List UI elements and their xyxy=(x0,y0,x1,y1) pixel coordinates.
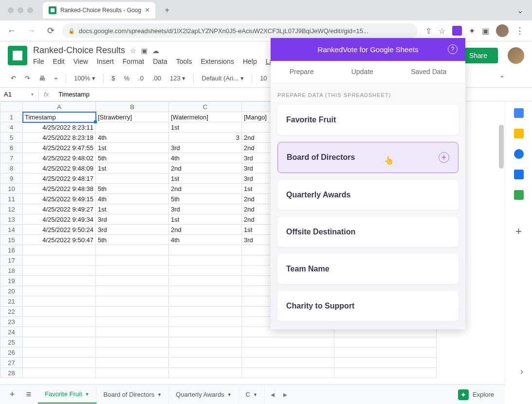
cell[interactable] xyxy=(169,307,242,317)
menu-tools[interactable]: Tools xyxy=(176,58,192,65)
cell[interactable] xyxy=(96,296,169,307)
vertical-scrollbar[interactable] xyxy=(499,125,504,169)
menu-format[interactable]: Format xyxy=(123,58,144,65)
cell[interactable] xyxy=(169,327,242,337)
cell[interactable]: 4/25/2022 9:48:02 xyxy=(23,153,96,163)
cell[interactable]: 4/25/2022 9:49:34 xyxy=(23,214,96,225)
addon-tab-update[interactable]: Update xyxy=(351,68,373,76)
collapse-toolbar-icon[interactable]: ⌃ xyxy=(499,75,505,82)
row-header[interactable]: 8 xyxy=(0,163,23,173)
menu-file[interactable]: File xyxy=(33,58,44,65)
close-window-icon[interactable] xyxy=(8,7,14,13)
formula-input[interactable]: Timestamp xyxy=(54,91,94,98)
cell[interactable]: 3rd xyxy=(169,143,242,153)
cell[interactable]: 3 xyxy=(169,133,242,143)
row-header[interactable]: 28 xyxy=(0,368,23,378)
cell[interactable]: 1st xyxy=(96,204,169,214)
menu-help[interactable]: Help xyxy=(243,58,257,65)
decrease-decimal-button[interactable]: .0 xyxy=(135,73,147,84)
font-select[interactable]: Default (Ari... ▾ xyxy=(199,73,247,84)
currency-button[interactable]: $ xyxy=(109,73,118,84)
cell[interactable]: 3rd xyxy=(96,214,169,225)
cell[interactable] xyxy=(96,122,169,133)
percent-button[interactable]: % xyxy=(121,73,132,84)
select-all-corner[interactable] xyxy=(0,102,23,112)
menu-extensions[interactable]: Extensions xyxy=(201,58,234,65)
forward-button[interactable]: → xyxy=(23,23,39,38)
row-header[interactable]: 14 xyxy=(0,225,23,235)
row-header[interactable]: 21 xyxy=(0,296,23,307)
menu-data[interactable]: Data xyxy=(153,58,167,65)
increase-decimal-button[interactable]: .00 xyxy=(149,73,164,84)
print-button[interactable]: 🖶 xyxy=(36,73,48,84)
zoom-select[interactable]: 100% ▾ xyxy=(71,73,98,84)
add-sheet-button[interactable]: + xyxy=(5,387,19,402)
redo-button[interactable]: ↷ xyxy=(22,73,33,84)
row-header[interactable]: 4 xyxy=(0,122,23,133)
cell[interactable]: 4/25/2022 8:23:18 xyxy=(23,133,96,143)
row-header[interactable]: 7 xyxy=(0,153,23,163)
menu-view[interactable]: View xyxy=(73,58,88,65)
browser-tab[interactable]: Ranked-Choice Results - Goog × xyxy=(43,2,155,19)
row-header[interactable]: 6 xyxy=(0,143,23,153)
row-header[interactable]: 12 xyxy=(0,204,23,214)
col-header[interactable]: A xyxy=(23,102,96,112)
sheet-tab[interactable]: C ▼ xyxy=(239,386,265,404)
cell[interactable] xyxy=(242,368,334,378)
row-header[interactable]: 15 xyxy=(0,235,23,245)
reload-button[interactable]: ⟳ xyxy=(43,23,58,38)
cell[interactable] xyxy=(23,337,96,347)
row-header[interactable]: 25 xyxy=(0,337,23,347)
cell[interactable] xyxy=(23,276,96,286)
cell[interactable]: 4/25/2022 9:49:27 xyxy=(23,204,96,214)
cell[interactable] xyxy=(169,358,242,368)
sheet-tab[interactable]: Board of Directors ▼ xyxy=(97,386,169,404)
cell[interactable]: 1st xyxy=(96,143,169,153)
cell[interactable] xyxy=(23,296,96,307)
maximize-window-icon[interactable] xyxy=(27,7,33,13)
bookmark-icon[interactable]: ☆ xyxy=(439,26,445,36)
row-header[interactable]: 22 xyxy=(0,307,23,317)
row-header[interactable]: 10 xyxy=(0,184,23,194)
plus-circle-icon[interactable]: + xyxy=(439,152,449,163)
cell[interactable] xyxy=(23,358,96,368)
cell[interactable] xyxy=(96,266,169,276)
menu-edit[interactable]: Edit xyxy=(53,58,65,65)
cell[interactable] xyxy=(96,173,169,184)
tabs-dropdown-icon[interactable]: ⌄ xyxy=(517,6,523,15)
cell[interactable] xyxy=(96,358,169,368)
row-header[interactable]: 13 xyxy=(0,214,23,225)
cell[interactable]: 3rd xyxy=(96,225,169,235)
cell[interactable]: 5th xyxy=(96,153,169,163)
rankedvote-extension-icon[interactable] xyxy=(452,26,462,36)
maps-icon[interactable] xyxy=(514,190,524,200)
cell[interactable] xyxy=(169,255,242,266)
url-input[interactable]: 🔒 docs.google.com/spreadsheets/d/1lX2l2a… xyxy=(62,23,418,38)
cell[interactable] xyxy=(169,286,242,296)
profile-avatar-icon[interactable] xyxy=(496,24,509,37)
row-header[interactable]: 20 xyxy=(0,286,23,296)
row-header[interactable]: 23 xyxy=(0,317,23,327)
cell[interactable]: 1st xyxy=(96,163,169,173)
col-header[interactable]: B xyxy=(96,102,169,112)
cell[interactable] xyxy=(169,368,242,378)
cell[interactable]: Timestamp xyxy=(23,112,96,122)
cell[interactable]: 4/25/2022 9:48:09 xyxy=(23,163,96,173)
cell[interactable] xyxy=(242,347,334,358)
extensions-icon[interactable]: ✦ xyxy=(469,26,475,36)
row-header[interactable]: 27 xyxy=(0,358,23,368)
all-sheets-button[interactable]: ≡ xyxy=(21,387,36,402)
menu-insert[interactable]: Insert xyxy=(97,58,114,65)
cell[interactable] xyxy=(334,368,437,378)
addon-card[interactable]: Offsite Destination xyxy=(277,217,459,247)
cell[interactable] xyxy=(23,286,96,296)
cell[interactable] xyxy=(169,337,242,347)
cell[interactable]: 3rd xyxy=(169,204,242,214)
addon-card[interactable]: Board of Directors+👆 xyxy=(277,142,459,173)
cell[interactable] xyxy=(169,276,242,286)
paint-format-button[interactable]: ⌁ xyxy=(51,73,61,84)
row-header[interactable]: 26 xyxy=(0,347,23,358)
cell[interactable] xyxy=(96,276,169,286)
cell[interactable] xyxy=(242,358,334,368)
cell[interactable]: 4/25/2022 9:50:47 xyxy=(23,235,96,245)
